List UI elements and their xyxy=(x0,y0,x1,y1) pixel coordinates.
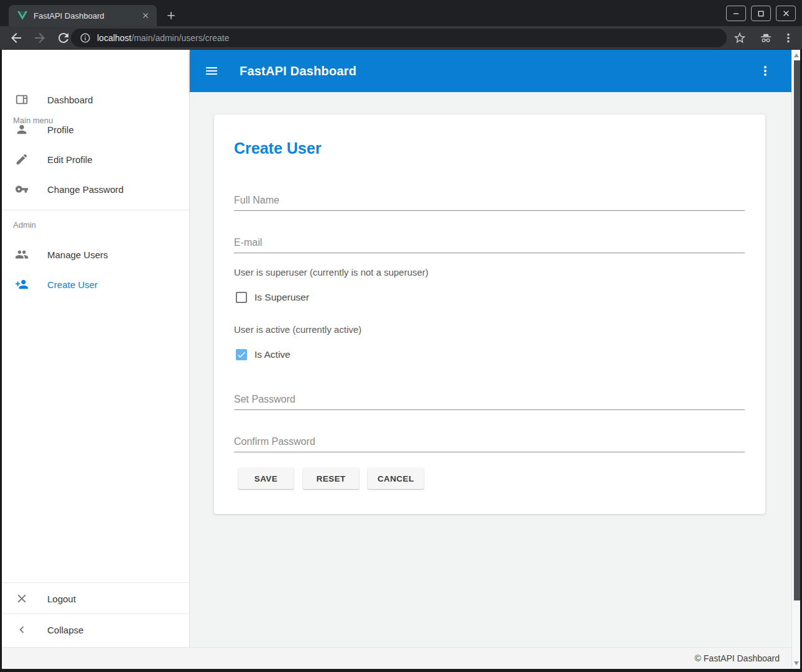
page-footer: © FastAPI Dashboard xyxy=(2,647,800,669)
address-bar[interactable]: localhost/main/admin/users/create xyxy=(71,29,727,47)
close-icon xyxy=(781,9,791,18)
info-icon[interactable] xyxy=(80,32,91,44)
person-add-icon xyxy=(15,278,29,291)
sidebar-item-label: Change Password xyxy=(47,184,124,195)
sidebar-item-label: Profile xyxy=(47,124,74,135)
content-area: Create User User is superuser (currently… xyxy=(190,92,791,647)
sidebar-item-dashboard[interactable]: Dashboard xyxy=(2,85,189,114)
page-scrollbar[interactable] xyxy=(791,50,800,669)
active-note: User is active (currently active) xyxy=(234,324,361,335)
copyright-text: © FastAPI Dashboard xyxy=(695,653,780,663)
sidebar-item-logout[interactable]: Logout xyxy=(2,584,189,614)
new-tab-button[interactable] xyxy=(163,7,179,24)
full-name-input[interactable] xyxy=(234,190,745,211)
key-icon xyxy=(15,182,29,196)
sidebar-item-label: Collapse xyxy=(47,625,83,635)
set-password-input[interactable] xyxy=(234,390,745,410)
scrollbar-up-arrow-icon[interactable] xyxy=(792,51,801,60)
tab-close-icon[interactable] xyxy=(141,11,151,21)
kebab-menu-icon[interactable] xyxy=(781,31,795,45)
reload-icon[interactable] xyxy=(56,30,71,45)
back-arrow-icon[interactable] xyxy=(9,30,24,45)
email-input[interactable] xyxy=(234,233,745,253)
forward-arrow-icon[interactable] xyxy=(32,30,47,45)
sidebar-item-collapse[interactable]: Collapse xyxy=(2,615,189,645)
pencil-icon xyxy=(15,152,29,166)
vue-logo-icon xyxy=(17,11,27,21)
browser-tab[interactable]: FastAPI Dashboard xyxy=(9,5,157,26)
url-path: /main/admin/users/create xyxy=(131,33,229,43)
sidebar-item-manage-users[interactable]: Manage Users xyxy=(2,240,189,269)
confirm-password-input[interactable] xyxy=(234,432,745,452)
browser-window: FastAPI Dashboard localhost/main xyxy=(0,0,802,672)
reset-button[interactable]: RESET xyxy=(303,468,359,489)
chevron-left-icon xyxy=(15,623,29,637)
cancel-button[interactable]: CANCEL xyxy=(368,468,424,489)
sidebar-item-change-password[interactable]: Change Password xyxy=(2,174,189,204)
sidebar-divider xyxy=(2,210,189,210)
sidebar-section-admin: Admin xyxy=(13,220,36,230)
sidebar-item-profile[interactable]: Profile xyxy=(2,114,189,144)
maximize-icon xyxy=(757,9,765,18)
sidebar-divider xyxy=(2,582,189,583)
incognito-icon xyxy=(759,31,773,45)
minimize-icon xyxy=(732,9,740,18)
plus-icon xyxy=(165,9,177,22)
window-close-button[interactable] xyxy=(776,6,796,21)
sidebar-item-label: Edit Profile xyxy=(47,154,93,165)
sidebar-item-label: Manage Users xyxy=(47,250,108,260)
scrollbar-down-arrow-icon[interactable] xyxy=(792,659,801,668)
window-minimize-button[interactable] xyxy=(726,6,746,21)
star-outline-icon[interactable] xyxy=(733,31,747,45)
sidebar-item-edit-profile[interactable]: Edit Profile xyxy=(2,144,189,174)
sidebar: Main menu Dashboard Profile Edit Profile… xyxy=(2,50,190,647)
save-button[interactable]: SAVE xyxy=(238,468,294,489)
sidebar-item-label: Logout xyxy=(47,594,76,604)
sidebar-item-label: Dashboard xyxy=(47,95,93,105)
group-icon xyxy=(15,248,29,261)
browser-toolbar: localhost/main/admin/users/create xyxy=(0,26,802,50)
app-bar: FastAPI Dashboard xyxy=(190,50,791,92)
window-maximize-button[interactable] xyxy=(751,6,771,21)
scrollbar-thumb[interactable] xyxy=(794,60,800,600)
form-actions: SAVE RESET CANCEL xyxy=(238,468,424,489)
app-title: FastAPI Dashboard xyxy=(240,64,357,78)
person-icon xyxy=(15,123,29,136)
hamburger-icon[interactable] xyxy=(204,63,219,78)
close-icon xyxy=(15,592,29,605)
is-superuser-checkbox[interactable]: Is Superuser xyxy=(236,292,309,303)
tab-title: FastAPI Dashboard xyxy=(34,11,141,21)
url-host: localhost xyxy=(97,33,131,43)
page-title: Create User xyxy=(234,139,321,157)
sidebar-divider xyxy=(2,614,189,614)
checkbox-checked-icon[interactable] xyxy=(236,349,247,360)
window-controls xyxy=(726,6,796,21)
browser-tab-bar: FastAPI Dashboard xyxy=(0,0,802,26)
dashboard-icon xyxy=(15,93,29,106)
kebab-menu-icon[interactable] xyxy=(758,63,773,78)
superuser-note: User is superuser (currently is not a su… xyxy=(234,267,429,278)
sidebar-item-label: Create User xyxy=(47,279,98,290)
sidebar-item-create-user[interactable]: Create User xyxy=(2,269,189,299)
checkbox-label: Is Active xyxy=(254,349,291,360)
checkbox-unchecked-icon[interactable] xyxy=(236,292,247,303)
is-active-checkbox[interactable]: Is Active xyxy=(236,349,291,360)
create-user-card: Create User User is superuser (currently… xyxy=(214,114,765,514)
checkbox-label: Is Superuser xyxy=(254,292,309,303)
